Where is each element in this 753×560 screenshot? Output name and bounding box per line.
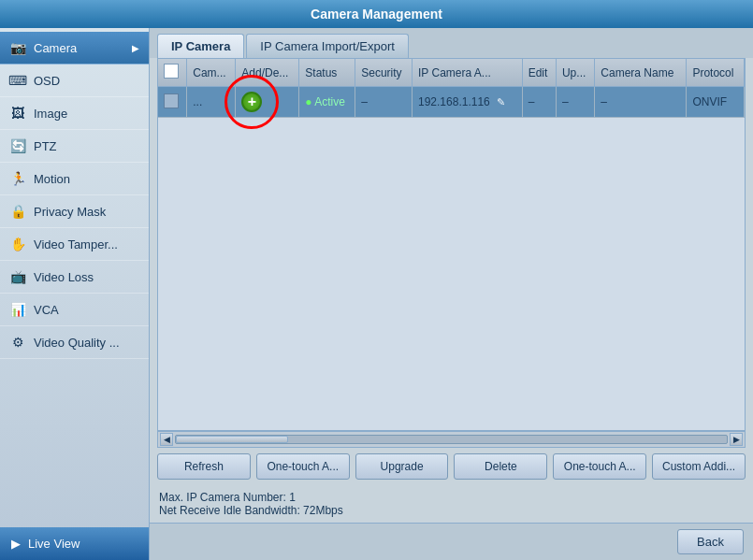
status-text: Active xyxy=(314,95,345,108)
col-camera-name: Camera Name xyxy=(595,59,687,87)
info-area: Max. IP Camera Number: 1 Net Receive Idl… xyxy=(150,485,753,523)
sidebar-item-camera[interactable]: 📷 Camera ▶ xyxy=(0,32,149,65)
table-row[interactable]: ... + ● Active – xyxy=(158,87,745,118)
osd-icon: ⌨ xyxy=(9,72,26,89)
tab-ip-camera-import[interactable]: IP Camera Import/Export xyxy=(246,34,409,58)
sidebar-item-label: VCA xyxy=(34,303,59,317)
ip-edit-icon[interactable]: ✎ xyxy=(493,94,508,109)
add-del-cell: + xyxy=(241,92,262,112)
privacy-mask-icon: 🔒 xyxy=(9,203,26,220)
live-view-button[interactable]: ▶ Live View xyxy=(0,527,149,560)
col-add-del: Add/De... xyxy=(236,59,299,87)
sidebar-item-image[interactable]: 🖼 Image xyxy=(0,97,149,130)
live-view-icon: ▶ xyxy=(11,537,21,551)
upgrade-button[interactable]: Upgrade xyxy=(355,453,449,480)
sidebar-item-label: Video Quality ... xyxy=(34,336,120,350)
col-edit: Edit xyxy=(522,59,556,87)
select-all-checkbox[interactable] xyxy=(164,64,179,79)
col-checkbox xyxy=(158,59,187,87)
sidebar-item-osd[interactable]: ⌨ OSD xyxy=(0,65,149,97)
add-camera-button[interactable]: + xyxy=(241,92,262,112)
sidebar-item-label: Camera xyxy=(34,41,77,55)
tab-ip-camera[interactable]: IP Camera xyxy=(157,34,244,58)
sidebar: 📷 Camera ▶ ⌨ OSD 🖼 Image 🔄 PTZ 🏃 Motion … xyxy=(0,28,150,560)
sidebar-item-label: OSD xyxy=(34,74,60,88)
row-protocol: ONVIF xyxy=(687,87,745,118)
row-ip-camera-a: 192.168.1.116 ✎ xyxy=(413,87,523,118)
row-add-del: + xyxy=(236,87,299,118)
sidebar-item-label: Image xyxy=(34,107,67,121)
row-checkbox xyxy=(158,87,187,118)
net-receive-info: Net Receive Idle Bandwidth: 72Mbps xyxy=(159,504,744,517)
video-loss-icon: 📺 xyxy=(9,268,26,285)
main-layout: 📷 Camera ▶ ⌨ OSD 🖼 Image 🔄 PTZ 🏃 Motion … xyxy=(0,28,753,560)
scroll-thumb[interactable] xyxy=(176,436,288,443)
scroll-track[interactable] xyxy=(175,435,728,444)
col-status: Status xyxy=(299,59,355,87)
sidebar-item-video-quality[interactable]: ⚙ Video Quality ... xyxy=(0,326,149,359)
table-header-row: Cam... Add/De... Status Security IP Came xyxy=(158,59,745,87)
col-protocol: Protocol xyxy=(687,59,745,87)
image-icon: 🖼 xyxy=(9,105,26,122)
col-cam: Cam... xyxy=(187,59,236,87)
bottom-bar: Back xyxy=(150,523,753,560)
chevron-right-icon: ▶ xyxy=(132,43,139,53)
title-text: Camera Management xyxy=(311,7,442,22)
row-camera-name: – xyxy=(595,87,687,118)
sidebar-item-video-loss[interactable]: 📺 Video Loss xyxy=(0,261,149,294)
col-ip-camera-a: IP Camera A... xyxy=(413,59,523,87)
camera-icon: 📷 xyxy=(9,39,26,56)
motion-icon: 🏃 xyxy=(9,170,26,187)
sidebar-item-label: PTZ xyxy=(34,139,57,153)
live-view-label: Live View xyxy=(28,537,80,551)
sidebar-item-privacy-mask[interactable]: 🔒 Privacy Mask xyxy=(0,195,149,228)
camera-table: Cam... Add/De... Status Security IP Came xyxy=(158,59,745,118)
row-up: – xyxy=(556,87,594,118)
horizontal-scrollbar[interactable]: ◀ ▶ xyxy=(157,431,746,448)
sidebar-item-vca[interactable]: 📊 VCA xyxy=(0,294,149,326)
max-ip-camera-info: Max. IP Camera Number: 1 xyxy=(159,491,744,504)
sidebar-item-label: Video Loss xyxy=(34,270,94,284)
scroll-right-button[interactable]: ▶ xyxy=(730,433,743,446)
sidebar-item-label: Motion xyxy=(34,172,70,186)
row-cam: ... xyxy=(187,87,236,118)
refresh-button[interactable]: Refresh xyxy=(157,453,251,480)
status-icon: ● xyxy=(305,95,311,108)
one-touch-a1-button[interactable]: One-touch A... xyxy=(256,453,350,480)
one-touch-a2-button[interactable]: One-touch A... xyxy=(553,453,646,480)
delete-button[interactable]: Delete xyxy=(454,453,547,480)
custom-add-button[interactable]: Custom Addi... xyxy=(652,453,746,480)
video-tamper-icon: ✋ xyxy=(9,236,26,252)
video-quality-icon: ⚙ xyxy=(9,334,26,351)
title-bar: Camera Management xyxy=(0,0,753,28)
scroll-left-button[interactable]: ◀ xyxy=(160,433,173,446)
sidebar-item-ptz[interactable]: 🔄 PTZ xyxy=(0,130,149,163)
vca-icon: 📊 xyxy=(9,301,26,318)
col-security: Security xyxy=(355,59,413,87)
camera-table-container: Cam... Add/De... Status Security IP Came xyxy=(157,58,746,431)
row-edit: – xyxy=(522,87,556,118)
row-status: ● Active xyxy=(299,87,355,118)
row-security: – xyxy=(355,87,413,118)
sidebar-item-label: Video Tamper... xyxy=(34,237,118,251)
col-up: Up... xyxy=(556,59,594,87)
action-buttons-bar: Refresh One-touch A... Upgrade Delete On… xyxy=(150,448,753,485)
row-select-checkbox[interactable] xyxy=(164,93,179,108)
sidebar-item-label: Privacy Mask xyxy=(34,205,106,219)
ptz-icon: 🔄 xyxy=(9,137,26,154)
content-area: IP Camera IP Camera Import/Export Cam... xyxy=(150,28,753,560)
sidebar-item-video-tamper[interactable]: ✋ Video Tamper... xyxy=(0,228,149,261)
tab-bar: IP Camera IP Camera Import/Export xyxy=(150,28,753,58)
sidebar-item-motion[interactable]: 🏃 Motion xyxy=(0,163,149,195)
back-button[interactable]: Back xyxy=(677,529,744,554)
